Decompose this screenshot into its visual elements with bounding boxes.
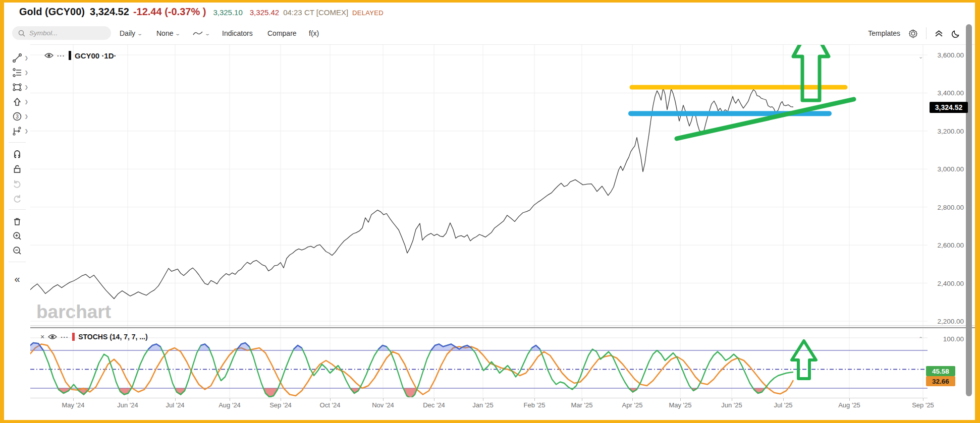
measure-tool[interactable]: ❯: [7, 124, 27, 138]
time-axis-tick: [849, 398, 850, 401]
trendline-annotation[interactable]: [677, 99, 854, 139]
time-axis-tick: [175, 398, 176, 401]
close-indicator-icon[interactable]: ×: [40, 333, 44, 341]
time-axis-tick: [230, 398, 230, 401]
shapes-tool[interactable]: ❯: [7, 80, 27, 94]
time-axis-tick: [582, 398, 582, 401]
fibonacci-tool[interactable]: ❯: [7, 65, 27, 80]
expand-chevron-icon[interactable]: ❯: [24, 129, 28, 134]
chevron-down-icon: ⌄: [204, 31, 210, 36]
settings-button[interactable]: [908, 29, 918, 38]
search-icon: [18, 30, 25, 37]
symbol-name: Gold (GCY00): [19, 6, 85, 18]
trash-icon: [12, 216, 22, 226]
svg-text:3: 3: [16, 113, 19, 119]
zoom-in-button[interactable]: [7, 228, 27, 243]
expand-chevron-icon[interactable]: ❯: [24, 55, 28, 61]
chevron-down-icon: ⌄: [175, 31, 181, 36]
time-axis-label: Sep '25: [912, 401, 934, 409]
magnet-icon: [12, 149, 22, 159]
drawing-tools-sidebar: ❯ ❯ ❯ ❯: [4, 44, 30, 420]
magnet-tool[interactable]: [7, 147, 27, 161]
time-axis-tick: [281, 398, 281, 401]
toolbar-divider: [926, 27, 927, 39]
price-axis-label: 2,400.00: [928, 279, 964, 287]
time-axis-label: Feb '25: [524, 401, 546, 409]
visibility-eye-icon[interactable]: [48, 334, 57, 340]
stoch-legend[interactable]: × ··· STOCHS (14, 7, 7, ...): [40, 333, 148, 341]
undo-button[interactable]: [7, 176, 27, 191]
time-axis-label: Jan '25: [472, 401, 494, 409]
stoch-label: STOCHS (14, 7, 7, ...): [78, 333, 147, 341]
expand-chevron-icon[interactable]: ❯: [24, 114, 28, 119]
redo-button[interactable]: [7, 191, 27, 205]
time-axis-label: Dec '24: [423, 401, 445, 409]
time-axis-tick: [483, 398, 483, 401]
templates-button[interactable]: Templates: [868, 29, 900, 37]
indicators-button[interactable]: Indicators: [222, 29, 253, 37]
price-chart-canvas[interactable]: [0, 0, 980, 423]
lock-tool[interactable]: [7, 161, 27, 176]
expressions-button[interactable]: f(x): [309, 29, 319, 37]
collapse-sidebar-button[interactable]: «: [14, 273, 20, 285]
sidebar-divider: [9, 262, 26, 262]
time-axis-tick: [783, 398, 784, 401]
time-axis-label: May '25: [669, 401, 691, 409]
legend-menu-icon[interactable]: ···: [61, 333, 69, 341]
time-axis[interactable]: May '24Jun '24Jul '24Aug '24Sep '24Oct '…: [30, 398, 928, 411]
indicator-color-bar: [72, 333, 75, 341]
zoom-out-button[interactable]: [7, 243, 27, 258]
rectangle-shape-icon: [12, 82, 22, 92]
delete-tool[interactable]: [7, 214, 27, 228]
collapse-toolbar-button[interactable]: [935, 29, 943, 38]
time-axis-tick: [632, 398, 633, 401]
aggregation-dropdown[interactable]: None⌄: [156, 29, 180, 37]
session-time: 04:23 CT [COMEX]: [283, 8, 348, 17]
delayed-badge: DELAYED: [352, 9, 384, 17]
time-axis-label: Oct '24: [320, 401, 341, 409]
stoch-d-value-badge: 32.66: [926, 376, 955, 386]
moon-icon: [951, 29, 961, 38]
pane-collapse-chevron-icon[interactable]: ⌃: [918, 336, 923, 342]
price-axis-label: 3,200.00: [928, 127, 964, 135]
visibility-eye-icon[interactable]: [44, 52, 53, 58]
time-axis-label: Jul '24: [166, 401, 184, 409]
price-axis-label: 3,400.00: [928, 89, 964, 97]
price-axis-label: 2,600.00: [928, 241, 964, 249]
ask-price: 3,325.42: [250, 8, 279, 17]
compare-button[interactable]: Compare: [267, 29, 297, 37]
time-axis-label: Aug '24: [219, 401, 241, 409]
chart-type-dropdown[interactable]: ⌄: [193, 30, 209, 36]
price-axis[interactable]: 3,600.003,400.003,200.003,000.002,800.00…: [928, 44, 964, 397]
price-change: -12.44 (-0.37% ): [133, 6, 206, 18]
chart-application-window: Gold (GCY00) 3,324.52 -12.44 (-0.37% ) 3…: [0, 0, 980, 423]
price-axis-label: 3,600.00: [928, 51, 964, 59]
time-axis-label: Aug '25: [838, 401, 860, 409]
time-axis-label: Jun '25: [721, 401, 742, 409]
arrow-tool[interactable]: ❯: [7, 94, 27, 109]
pane-collapse-chevron-icon[interactable]: ⌄: [918, 53, 923, 60]
time-axis-tick: [330, 398, 331, 401]
trendline-tool[interactable]: ❯: [7, 50, 27, 65]
expand-chevron-icon[interactable]: ❯: [24, 70, 28, 75]
time-axis-tick: [73, 398, 74, 401]
unlock-icon: [12, 164, 22, 174]
vertical-scrollbar[interactable]: [966, 24, 972, 396]
legend-menu-icon[interactable]: ···: [57, 52, 65, 59]
stoch-up-arrow-annotation[interactable]: [792, 341, 816, 379]
arrow-up-icon: [12, 97, 22, 107]
expand-chevron-icon[interactable]: ❯: [24, 99, 28, 104]
price-axis-label: 2,800.00: [928, 203, 964, 211]
undo-icon: [12, 178, 22, 189]
time-axis-tick: [128, 398, 128, 401]
time-axis-tick: [680, 398, 681, 401]
price-axis-label: 2,200.00: [928, 318, 964, 325]
numbered-note-tool[interactable]: 3 ❯: [7, 109, 27, 124]
period-dropdown[interactable]: Daily⌄: [120, 29, 142, 37]
expand-chevron-icon[interactable]: ❯: [24, 85, 28, 90]
quote-header: Gold (GCY00) 3,324.52 -12.44 (-0.37% ) 3…: [19, 6, 384, 20]
main-chart-legend[interactable]: ··· GCY00 ·1D·: [44, 51, 117, 60]
dark-mode-toggle[interactable]: [951, 29, 961, 38]
time-axis-tick: [534, 398, 535, 401]
symbol-search-input[interactable]: Symbol...: [12, 26, 111, 40]
